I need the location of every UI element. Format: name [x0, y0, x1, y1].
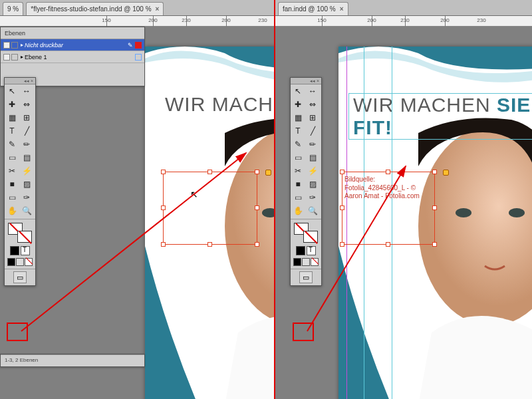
scissors-tool[interactable]: ✂ — [5, 164, 19, 178]
handle[interactable] — [161, 170, 166, 174]
formatting-container-icon[interactable] — [10, 246, 19, 255]
handle[interactable] — [432, 205, 437, 210]
close-tab-icon[interactable]: × — [156, 5, 160, 13]
zoom-tool[interactable]: 🔍 — [19, 204, 34, 217]
disclosure-icon[interactable]: ▸ — [21, 42, 23, 48]
page-tool[interactable]: ✚ — [291, 98, 305, 111]
type-tool[interactable]: T — [291, 124, 305, 138]
selection-tool[interactable]: ↖ — [5, 84, 19, 98]
tab-bar-right: fan.indd @ 100 % × — [275, 0, 532, 16]
selection-tool[interactable]: ↖ — [291, 84, 305, 98]
content-placer-tool[interactable]: ⊞ — [305, 111, 320, 124]
apply-color-icon[interactable] — [7, 258, 15, 266]
handle[interactable] — [386, 170, 390, 174]
direct-select-tool[interactable]: ↔ — [305, 84, 320, 98]
handle[interactable] — [161, 205, 166, 210]
rotate-handle[interactable] — [265, 170, 271, 176]
gap-tool[interactable]: ⇔ — [19, 98, 34, 111]
hand-tool[interactable]: ✋ — [291, 204, 305, 217]
rectangle-tool[interactable]: ▤ — [305, 151, 320, 164]
layer-row-ebene1[interactable]: ▸ Ebene 1 — [1, 51, 144, 63]
disclosure-icon[interactable]: ▸ — [21, 54, 23, 60]
layer-name: Nicht druckbar — [25, 42, 63, 49]
free-transform-tool[interactable]: ⚡ — [305, 164, 320, 178]
pen-tool[interactable]: ✎ — [291, 138, 305, 151]
formatting-text-icon[interactable]: T — [21, 246, 30, 255]
split-divider — [274, 0, 275, 399]
handle[interactable] — [386, 242, 390, 247]
pen-icon: ✎ — [128, 42, 133, 49]
formatting-container-icon[interactable] — [296, 246, 305, 255]
view-mode-button[interactable]: ▭ — [299, 271, 313, 283]
page-tool[interactable]: ✚ — [5, 98, 19, 111]
note-tool[interactable]: ▭ — [5, 191, 19, 204]
content-collector-tool[interactable]: ▦ — [5, 111, 19, 124]
note-tool[interactable]: ▭ — [291, 191, 305, 204]
gradient-swatch-tool[interactable]: ■ — [291, 178, 305, 191]
close-icon[interactable]: × — [317, 78, 319, 83]
handle[interactable] — [255, 242, 259, 247]
handle[interactable] — [207, 242, 212, 247]
content-placer-tool[interactable]: ⊞ — [19, 111, 34, 124]
line-tool[interactable]: ╱ — [305, 124, 320, 138]
handle[interactable] — [340, 242, 344, 247]
close-icon[interactable]: × — [31, 78, 33, 83]
layers-panel-tab[interactable]: Ebenen — [1, 27, 144, 39]
direct-select-tool[interactable]: ↔ — [19, 84, 34, 98]
tool-palette-left[interactable]: ◂◂× ↖ ↔ ✚ ⇔ ▦ ⊞ T ╱ ✎ ✏ ▭ ▤ ✂ ⚡ ■ ▨ ▭ ✑ … — [4, 77, 36, 286]
handle[interactable] — [432, 170, 437, 174]
line-tool[interactable]: ╱ — [19, 124, 34, 138]
fill-stroke-swatch[interactable] — [294, 223, 318, 243]
pen-tool[interactable]: ✎ — [5, 138, 19, 151]
handle[interactable] — [340, 170, 344, 174]
visibility-toggle[interactable] — [3, 42, 10, 49]
apply-none-icon[interactable] — [25, 258, 33, 266]
rectangle-frame-tool[interactable]: ▭ — [291, 151, 305, 164]
fill-stroke-swatch[interactable] — [8, 223, 32, 243]
formatting-text-icon[interactable]: T — [307, 246, 316, 255]
gradient-feather-tool[interactable]: ▨ — [19, 178, 34, 191]
palette-header[interactable]: ◂◂× — [291, 78, 321, 84]
apply-color-icon[interactable] — [293, 258, 301, 266]
gradient-feather-tool[interactable]: ▨ — [305, 178, 320, 191]
rectangle-tool[interactable]: ▤ — [19, 151, 34, 164]
handle[interactable] — [340, 205, 344, 210]
hand-tool[interactable]: ✋ — [5, 204, 19, 217]
handle[interactable] — [432, 242, 437, 247]
layer-row-nicht-druckbar[interactable]: ▸ Nicht druckbar ✎ — [1, 39, 144, 51]
tool-grid: ↖ ↔ ✚ ⇔ ▦ ⊞ T ╱ ✎ ✏ ▭ ▤ ✂ ⚡ ■ ▨ ▭ ✑ ✋ 🔍 — [5, 84, 35, 217]
gap-tool[interactable]: ⇔ — [305, 98, 320, 111]
apply-gradient-icon[interactable] — [302, 258, 310, 266]
document-tab[interactable]: *flyer-fitness-studio-stefan.indd @ 100 … — [26, 2, 164, 15]
ruler-num: 230 — [477, 17, 485, 23]
handle[interactable] — [207, 170, 212, 174]
handle[interactable] — [255, 205, 259, 210]
view-mode-button[interactable]: ▭ — [13, 271, 27, 283]
document-tab-right[interactable]: fan.indd @ 100 % × — [278, 2, 348, 15]
type-tool[interactable]: T — [5, 124, 19, 138]
eyedropper-tool[interactable]: ✑ — [19, 191, 34, 204]
visibility-toggle[interactable] — [3, 54, 10, 61]
apply-none-icon[interactable] — [311, 258, 319, 266]
handle[interactable] — [255, 170, 259, 174]
selection-frame-left[interactable] — [163, 172, 257, 245]
apply-gradient-icon[interactable] — [16, 258, 24, 266]
palette-header[interactable]: ◂◂× — [5, 78, 35, 84]
close-tab-icon[interactable]: × — [340, 5, 344, 13]
pencil-tool[interactable]: ✏ — [19, 138, 34, 151]
rectangle-frame-tool[interactable]: ▭ — [5, 151, 19, 164]
lock-box[interactable] — [11, 42, 18, 49]
rotate-handle[interactable] — [443, 170, 449, 176]
pencil-tool[interactable]: ✏ — [305, 138, 320, 151]
scissors-tool[interactable]: ✂ — [291, 164, 305, 178]
zoom-tool[interactable]: 🔍 — [305, 204, 320, 217]
free-transform-tool[interactable]: ⚡ — [19, 164, 34, 178]
gradient-swatch-tool[interactable]: ■ — [5, 178, 19, 191]
zoom-tab-prev[interactable]: 9 % — [3, 2, 23, 15]
handle[interactable] — [161, 242, 166, 247]
horizontal-ruler-right: 150 200 230 200 230 — [275, 16, 532, 27]
lock-box[interactable] — [11, 54, 18, 61]
eyedropper-tool[interactable]: ✑ — [305, 191, 320, 204]
content-collector-tool[interactable]: ▦ — [291, 111, 305, 124]
tool-palette-right[interactable]: ◂◂× ↖ ↔ ✚ ⇔ ▦ ⊞ T ╱ ✎ ✏ ▭ ▤ ✂ ⚡ ■ ▨ ▭ ✑ … — [290, 77, 322, 286]
